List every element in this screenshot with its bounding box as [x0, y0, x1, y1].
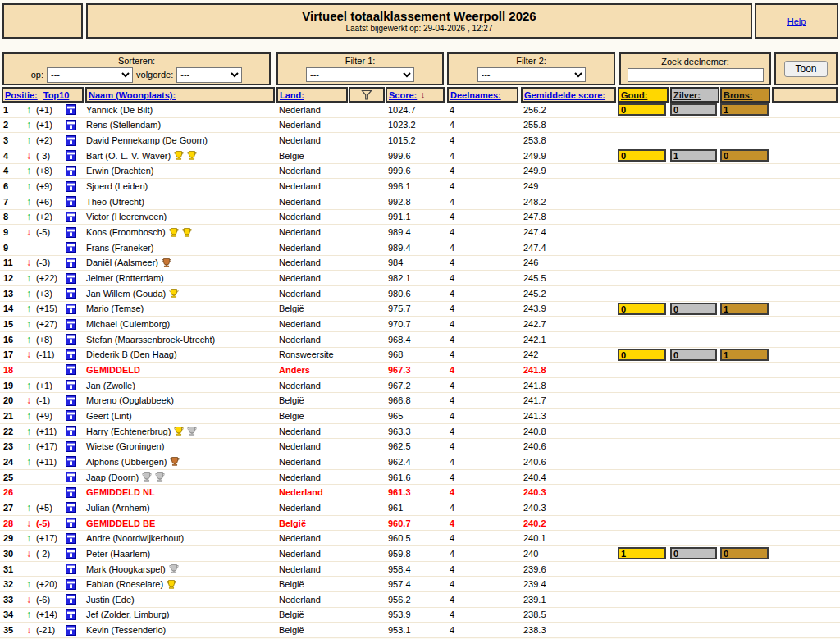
filter2-select[interactable]: --- — [477, 67, 586, 82]
deelnames-count: 4 — [447, 564, 521, 574]
stats-chart-icon[interactable] — [66, 579, 76, 590]
stats-chart-icon[interactable] — [66, 456, 76, 467]
stats-chart-icon[interactable] — [66, 548, 76, 559]
col-top10-link[interactable]: Top10 — [43, 90, 70, 100]
stats-chart-icon[interactable] — [66, 487, 76, 498]
participant-name: Andre (Noordwijkerhout) — [84, 533, 276, 543]
stats-chart-icon[interactable] — [66, 273, 76, 284]
stats-chart-icon[interactable] — [66, 441, 76, 452]
stats-chart-icon[interactable] — [66, 594, 76, 605]
filter1-select[interactable]: --- — [306, 67, 414, 82]
position: 26 — [0, 487, 25, 497]
position: 24 — [0, 457, 25, 467]
stats-chart-icon[interactable] — [66, 212, 76, 222]
top-bar: Virtueel totaalklassement Weerpoll 2026 … — [0, 3, 840, 39]
position-change: ↑(+9) — [25, 180, 66, 192]
stats-chart-icon[interactable] — [66, 334, 76, 345]
stats-chart-icon[interactable] — [66, 518, 76, 528]
score: 989.4 — [386, 227, 447, 237]
bronze-count-box: 1 — [720, 349, 769, 361]
stats-chart-icon[interactable] — [66, 319, 76, 330]
position: 21 — [0, 411, 25, 421]
gold-count-box: 0 — [618, 303, 666, 315]
stats-chart-icon[interactable] — [66, 364, 76, 375]
rank-up-arrow-icon: ↑ — [26, 440, 35, 452]
position-change: ↑(+22) — [25, 272, 66, 284]
show-button[interactable]: Toon — [784, 61, 827, 77]
score: 991.1 — [386, 212, 447, 221]
table-row: 32↑(+20)Fabian (Roeselare)België957.4423… — [0, 577, 840, 592]
stats-chart-icon[interactable] — [66, 242, 76, 253]
score: 959.8 — [386, 549, 447, 559]
average-score: 240.4 — [521, 472, 618, 482]
stats-chart-icon[interactable] — [66, 181, 76, 192]
sort-by-select[interactable]: --- — [47, 67, 133, 83]
search-input[interactable] — [628, 68, 764, 82]
stats-chart-icon[interactable] — [66, 625, 76, 636]
stats-chart-icon[interactable] — [66, 150, 76, 161]
stats-chart-icon[interactable] — [66, 426, 76, 436]
table-row: 24↑(+11)Alphons (Ubbergen)Nederland962.4… — [0, 454, 840, 470]
col-score-link[interactable]: Score: — [389, 90, 417, 100]
country: Ronsweersite — [276, 349, 386, 359]
stats-chart-icon[interactable] — [66, 166, 76, 176]
stats-chart-icon[interactable] — [66, 349, 76, 360]
col-naam-link[interactable]: Naam (Woonplaats): — [89, 90, 176, 100]
stats-chart-icon[interactable] — [66, 288, 76, 299]
help-link[interactable]: Help — [788, 16, 806, 26]
score: 1023.2 — [386, 120, 447, 130]
col-zilver-link[interactable]: Zilver: — [673, 90, 701, 100]
filter-funnel-icon[interactable] — [361, 89, 372, 101]
stats-chart-icon[interactable] — [66, 564, 76, 574]
col-brons-link[interactable]: Brons: — [724, 90, 752, 100]
stats-chart-icon[interactable] — [66, 395, 76, 406]
deelnames-count: 4 — [447, 625, 521, 635]
score: 965 — [386, 411, 447, 421]
country: België — [276, 411, 386, 421]
position-change: ↑(+1) — [25, 104, 66, 116]
stats-chart-icon[interactable] — [66, 609, 76, 620]
col-goud-link[interactable]: Goud: — [621, 90, 647, 100]
position-change: ↓(-21) — [25, 624, 66, 636]
stats-chart-icon[interactable] — [66, 380, 76, 390]
rank-change: (-5) — [36, 227, 50, 237]
stats-chart-icon[interactable] — [66, 135, 76, 146]
rank-change: (+14) — [36, 609, 57, 619]
stats-chart-icon[interactable] — [66, 304, 76, 314]
country: België — [276, 518, 386, 528]
filter1-label: Filter 1: — [345, 56, 376, 66]
col-land-link[interactable]: Land: — [280, 90, 304, 100]
stats-chart-icon[interactable] — [66, 227, 76, 238]
position-change: ↓(-3) — [25, 257, 66, 268]
position: 27 — [0, 503, 25, 513]
stats-chart-icon[interactable] — [66, 533, 76, 544]
rank-down-arrow-icon: ↓ — [26, 257, 35, 268]
col-deelnames-link[interactable]: Deelnames: — [450, 90, 501, 100]
col-positie-link[interactable]: Positie: — [5, 90, 38, 100]
table-row: 6↑(+9)Sjoerd (Leiden)Nederland996.14249 — [0, 179, 840, 194]
rank-change: (+17) — [36, 441, 57, 451]
average-score: 240.8 — [521, 427, 618, 436]
stats-chart-icon[interactable] — [66, 120, 76, 130]
country: Nederland — [276, 319, 386, 329]
deelnames-count: 4 — [447, 151, 521, 161]
average-score: 249.9 — [521, 151, 618, 161]
filter2-label: Filter 2: — [516, 56, 546, 66]
stats-chart-icon[interactable] — [66, 104, 76, 115]
sort-order-select[interactable]: --- — [176, 67, 242, 83]
average-score: 253.8 — [521, 135, 618, 145]
col-gemiddelde-link[interactable]: Gemiddelde score: — [524, 90, 605, 100]
stats-chart-icon[interactable] — [66, 410, 76, 421]
rank-up-arrow-icon: ↑ — [26, 410, 35, 422]
average-score: 240.3 — [521, 503, 618, 513]
country: Nederland — [276, 549, 386, 559]
col-gemiddelde: Gemiddelde score: — [521, 87, 616, 103]
stats-chart-icon[interactable] — [66, 196, 76, 207]
stats-chart-icon[interactable] — [66, 502, 76, 513]
participant-name: Yannick (De Bilt) — [84, 105, 276, 115]
rank-up-arrow-icon: ↑ — [26, 288, 35, 299]
average-score: 243.9 — [521, 304, 618, 313]
stats-chart-icon[interactable] — [66, 258, 76, 268]
stats-chart-icon[interactable] — [66, 472, 76, 482]
country: Nederland — [276, 258, 386, 267]
